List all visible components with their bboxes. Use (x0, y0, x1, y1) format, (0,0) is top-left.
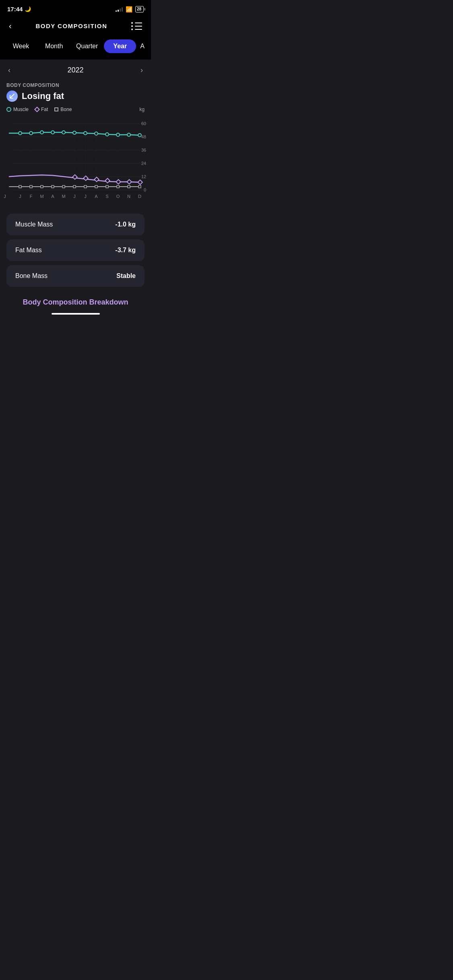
status-bar: 17:44 🌙 📶 28 (0, 0, 151, 16)
legend-muscle: Muscle (6, 107, 29, 112)
home-indicator (52, 313, 100, 315)
svg-rect-49 (84, 185, 87, 188)
tab-year[interactable]: Year (104, 39, 136, 53)
back-button[interactable]: ‹ (7, 20, 13, 32)
svg-rect-53 (128, 185, 130, 188)
fat-mass-label: Fat Mass (15, 247, 42, 254)
bone-mass-card[interactable]: Bone Mass Stable (6, 265, 145, 287)
svg-point-33 (116, 133, 120, 136)
svg-point-24 (19, 132, 22, 135)
signal-bars (116, 7, 123, 12)
svg-text:12: 12 (141, 174, 146, 179)
svg-rect-51 (106, 185, 108, 188)
body-composition-chart: 60 48 36 24 12 0 (0, 115, 151, 204)
header-title: BODY COMPOSITION (35, 23, 107, 29)
svg-text:M: M (40, 194, 43, 199)
svg-rect-44 (30, 185, 32, 188)
legend-fat: Fat (35, 107, 48, 112)
svg-text:S: S (105, 194, 108, 199)
svg-point-34 (127, 133, 130, 136)
status-right: 📶 28 (116, 6, 144, 12)
svg-text:36: 36 (141, 148, 146, 152)
bone-mass-label: Bone Mass (15, 272, 48, 280)
tab-month[interactable]: Month (38, 39, 70, 53)
breakdown-label[interactable]: Body Composition Breakdown (0, 292, 151, 313)
status-title: Losing fat (22, 91, 64, 101)
svg-rect-38 (94, 177, 99, 181)
fat-mass-card[interactable]: Fat Mass -3.7 kg (6, 239, 145, 261)
svg-point-27 (51, 131, 54, 134)
legend-bone: Bone (54, 107, 72, 112)
legend-fat-icon (34, 107, 40, 112)
bone-mass-value: Stable (116, 272, 136, 280)
svg-point-29 (73, 131, 76, 134)
status-row: Losing fat (0, 90, 151, 107)
svg-text:J: J (19, 194, 21, 199)
tab-bar: Week Month Quarter Year A (0, 38, 151, 60)
svg-rect-36 (72, 175, 77, 179)
svg-text:A: A (95, 194, 98, 199)
svg-rect-39 (105, 178, 110, 183)
legend-bone-icon (54, 107, 58, 111)
svg-text:J: J (4, 194, 6, 199)
svg-text:A: A (51, 194, 54, 199)
svg-text:24: 24 (141, 161, 146, 166)
stats-section: Muscle Mass -1.0 kg Fat Mass -3.7 kg Bon… (0, 209, 151, 292)
svg-rect-43 (19, 185, 21, 188)
menu-button[interactable] (130, 21, 144, 32)
wifi-icon: 📶 (126, 6, 132, 12)
svg-point-30 (84, 132, 87, 135)
chart-legend: Muscle Fat Bone kg (0, 107, 151, 115)
legend-unit: kg (139, 107, 145, 112)
status-time: 17:44 🌙 (7, 6, 31, 12)
svg-rect-47 (62, 185, 65, 188)
svg-text:J: J (73, 194, 76, 199)
svg-text:O: O (116, 194, 120, 199)
svg-text:48: 48 (141, 134, 146, 139)
status-icon (6, 91, 18, 102)
moon-icon: 🌙 (25, 6, 31, 12)
year-nav: ‹ 2022 › (0, 60, 151, 81)
fat-mass-value: -3.7 kg (115, 247, 136, 254)
legend-muscle-icon (6, 107, 11, 112)
year-prev-button[interactable]: ‹ (8, 66, 10, 74)
svg-text:N: N (127, 194, 130, 199)
svg-text:J: J (84, 194, 87, 199)
svg-point-31 (95, 132, 98, 135)
header: ‹ BODY COMPOSITION (0, 16, 151, 38)
tab-quarter[interactable]: Quarter (71, 39, 103, 53)
tab-week[interactable]: Week (5, 39, 37, 53)
muscle-mass-value: -1.0 kg (115, 221, 136, 228)
chart-container: 60 48 36 24 12 0 (0, 115, 151, 206)
battery: 28 (135, 6, 144, 12)
svg-rect-52 (117, 185, 119, 188)
svg-point-32 (105, 133, 109, 136)
time-label: 17:44 (7, 6, 23, 12)
svg-rect-54 (139, 185, 141, 188)
muscle-mass-card[interactable]: Muscle Mass -1.0 kg (6, 214, 145, 235)
svg-rect-46 (52, 185, 54, 188)
svg-text:D: D (138, 194, 141, 199)
svg-rect-40 (116, 179, 120, 184)
svg-text:F: F (30, 194, 33, 199)
svg-rect-48 (73, 185, 76, 188)
svg-point-28 (62, 131, 65, 134)
svg-point-35 (138, 134, 141, 137)
year-label: 2022 (67, 66, 83, 74)
svg-text:60: 60 (141, 121, 146, 126)
section-label: BODY COMPOSITION (0, 81, 151, 90)
svg-rect-42 (138, 180, 142, 184)
svg-point-26 (40, 131, 43, 134)
svg-text:0: 0 (144, 187, 146, 192)
svg-text:M: M (62, 194, 65, 199)
svg-rect-41 (127, 179, 131, 184)
svg-rect-50 (95, 185, 97, 188)
svg-rect-45 (41, 185, 43, 188)
tab-all[interactable]: A (137, 39, 146, 53)
year-next-button[interactable]: › (141, 66, 143, 74)
muscle-mass-label: Muscle Mass (15, 221, 53, 228)
svg-point-25 (29, 132, 33, 135)
